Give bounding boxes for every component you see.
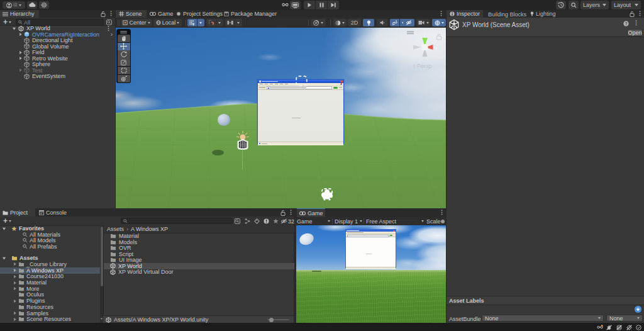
svg-text:y: y bbox=[424, 32, 427, 38]
svg-text:?: ? bbox=[625, 21, 628, 26]
svg-text:x: x bbox=[435, 45, 438, 51]
